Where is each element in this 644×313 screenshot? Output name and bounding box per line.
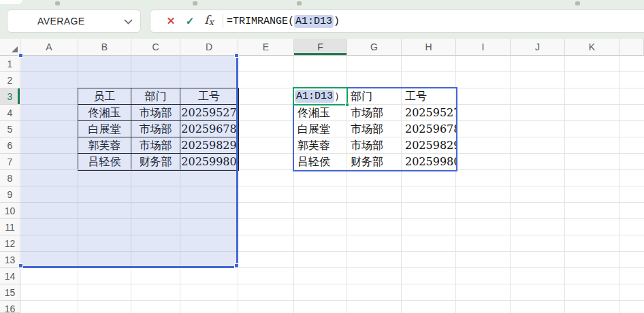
column-header-j[interactable]: J bbox=[511, 39, 565, 56]
column-header-a[interactable]: A bbox=[20, 39, 78, 56]
formula-prefix: =TRIMRANGE( bbox=[227, 16, 294, 27]
row-header-10[interactable]: 10 bbox=[0, 203, 20, 219]
confirm-icon[interactable]: ✓ bbox=[180, 10, 199, 32]
chevron-down-icon[interactable] bbox=[124, 19, 133, 24]
column-header-d[interactable]: D bbox=[180, 39, 238, 56]
table-cell[interactable]: 市场部 bbox=[347, 121, 402, 137]
table-cell[interactable]: 20259527 bbox=[180, 104, 238, 120]
column-header-partial[interactable] bbox=[619, 39, 644, 56]
table-cell[interactable]: 20259527 bbox=[402, 105, 456, 121]
row-header-2[interactable]: 2 bbox=[0, 72, 20, 88]
row-header-6[interactable]: 6 bbox=[0, 137, 20, 154]
fill-handle[interactable] bbox=[345, 103, 349, 107]
selection-border-right bbox=[236, 56, 238, 268]
insert-function-icon[interactable]: fx bbox=[199, 9, 219, 33]
gridline-v bbox=[510, 56, 511, 313]
table-cell[interactable]: 郭芙蓉 bbox=[78, 137, 131, 153]
gridline-h bbox=[20, 186, 644, 186]
table-header-cell[interactable]: 员工 bbox=[78, 88, 131, 104]
column-header-h[interactable]: H bbox=[402, 39, 456, 56]
formula-input[interactable]: =TRIMRANGE(A1:D13) bbox=[227, 16, 340, 27]
selection-handle-bottom-left[interactable] bbox=[18, 263, 23, 268]
table-cell[interactable]: 市场部 bbox=[347, 105, 402, 121]
table-cell[interactable]: 市场部 bbox=[131, 104, 180, 120]
selection-border-bottom bbox=[21, 266, 238, 268]
gridline-v bbox=[564, 56, 565, 313]
gridline-h bbox=[20, 251, 644, 252]
table-cell[interactable]: 佟湘玉 bbox=[294, 105, 347, 121]
sheet-grid: A B C D E F G H I J K 1 2 3 4 5 6 7 8 9 … bbox=[0, 39, 644, 313]
table-cell[interactable]: 财务部 bbox=[131, 153, 180, 169]
selection-handle-top-right[interactable] bbox=[234, 53, 239, 58]
selection-handle-top-left[interactable] bbox=[18, 53, 23, 58]
row-header-16[interactable]: 16 bbox=[0, 301, 20, 313]
row-header-14[interactable]: 14 bbox=[0, 268, 20, 284]
table-header-cell[interactable]: 部门 bbox=[347, 88, 402, 105]
row-header-7[interactable]: 7 bbox=[0, 154, 20, 170]
formula-bar-divider bbox=[223, 14, 223, 28]
table-header-cell[interactable]: 工号 bbox=[402, 88, 456, 105]
cell-range-reference: A1:D13 bbox=[295, 90, 334, 103]
column-header-f[interactable]: F bbox=[294, 39, 347, 56]
cell-edit-suffix: ） bbox=[334, 90, 344, 103]
ribbon-icon bbox=[193, 1, 197, 5]
formula-bar[interactable]: ✕ ✓ fx =TRIMRANGE(A1:D13) bbox=[150, 10, 644, 33]
table-cell[interactable]: 市场部 bbox=[131, 137, 180, 153]
formula-range-reference: A1:D13 bbox=[294, 15, 334, 28]
spreadsheet-app: AVERAGE ✕ ✓ fx =TRIMRANGE(A1:D13) A B C … bbox=[0, 0, 644, 313]
table-cell[interactable]: 市场部 bbox=[347, 137, 402, 154]
column-header-c[interactable]: C bbox=[131, 39, 180, 56]
formula-row: AVERAGE ✕ ✓ fx =TRIMRANGE(A1:D13) bbox=[0, 8, 644, 39]
table-cell[interactable]: 白展堂 bbox=[294, 121, 347, 137]
table-cell[interactable]: 佟湘玉 bbox=[78, 104, 131, 120]
row-header-3[interactable]: 3 bbox=[0, 88, 20, 105]
table-cell[interactable]: 郭芙蓉 bbox=[294, 137, 347, 154]
row-header-11[interactable]: 11 bbox=[0, 219, 20, 235]
row-header-13[interactable]: 13 bbox=[0, 252, 20, 268]
table-header-cell[interactable]: 部门 bbox=[131, 88, 180, 104]
gridline-h bbox=[20, 235, 644, 235]
row-header-5[interactable]: 5 bbox=[0, 121, 20, 137]
table-cell[interactable]: 财务部 bbox=[347, 154, 402, 170]
column-header-k[interactable]: K bbox=[565, 39, 619, 56]
name-box-value: AVERAGE bbox=[7, 16, 84, 27]
row-header-4[interactable]: 4 bbox=[0, 105, 20, 121]
cancel-icon[interactable]: ✕ bbox=[161, 10, 180, 32]
table-cell[interactable]: 20259678 bbox=[402, 121, 456, 137]
table-cell[interactable]: 白展堂 bbox=[78, 120, 131, 137]
table-cell[interactable]: 20259829 bbox=[402, 137, 456, 154]
gridline-h bbox=[20, 202, 644, 203]
formula-suffix: ) bbox=[334, 16, 340, 27]
gridline-v bbox=[619, 56, 619, 313]
gridline-h bbox=[20, 300, 644, 301]
table-cell[interactable]: 市场部 bbox=[131, 120, 180, 137]
ribbon-tab-remnant bbox=[0, 0, 22, 4]
table-cell[interactable]: 20259980 bbox=[180, 153, 238, 169]
selection-handle-bottom-right[interactable] bbox=[234, 263, 239, 268]
active-cell-editor[interactable]: A1:D13） bbox=[293, 87, 348, 105]
table-cell[interactable]: 吕轻侯 bbox=[294, 154, 347, 170]
ribbon-icon bbox=[297, 1, 302, 5]
table-cell[interactable]: 20259678 bbox=[180, 120, 238, 137]
column-header-g[interactable]: G bbox=[347, 39, 402, 56]
column-header-e[interactable]: E bbox=[238, 39, 294, 56]
column-header-i[interactable]: I bbox=[456, 39, 511, 56]
source-table[interactable]: 员工 部门 工号 佟湘玉 市场部 20259527 白展堂 市场部 202596… bbox=[78, 88, 239, 171]
gridline-h bbox=[20, 218, 644, 219]
name-box[interactable]: AVERAGE bbox=[7, 10, 141, 33]
table-cell[interactable]: 20259829 bbox=[180, 137, 238, 153]
select-all-button[interactable] bbox=[0, 39, 20, 56]
row-header-15[interactable]: 15 bbox=[0, 284, 20, 301]
row-header-12[interactable]: 12 bbox=[0, 235, 20, 252]
ribbon-icon bbox=[55, 1, 60, 5]
row-header-8[interactable]: 8 bbox=[0, 170, 20, 186]
table-cell[interactable]: 吕轻侯 bbox=[78, 153, 131, 169]
row-header-1[interactable]: 1 bbox=[0, 56, 20, 72]
table-cell[interactable]: 20259980 bbox=[402, 154, 456, 170]
gridline-h bbox=[20, 71, 644, 72]
gridline-h bbox=[20, 284, 644, 284]
table-header-cell[interactable]: 工号 bbox=[180, 88, 238, 104]
row-header-9[interactable]: 9 bbox=[0, 186, 20, 203]
column-header-b[interactable]: B bbox=[78, 39, 131, 56]
ribbon-strip bbox=[0, 0, 644, 8]
